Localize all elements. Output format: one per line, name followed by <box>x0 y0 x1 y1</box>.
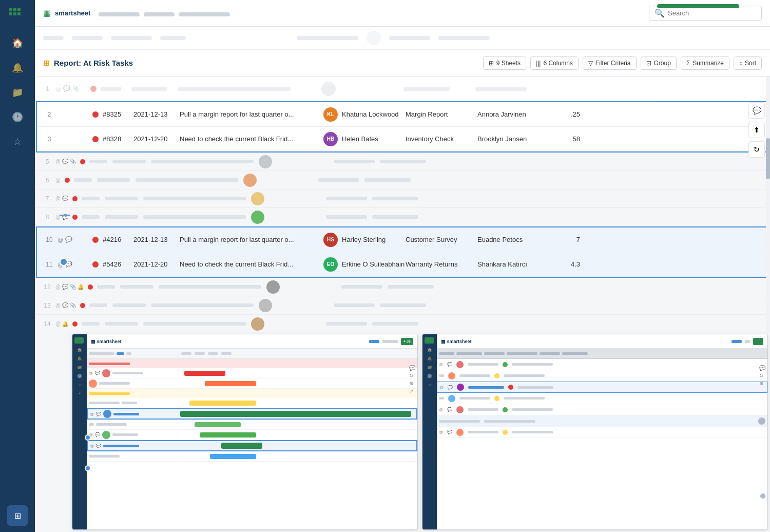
sub-highlight-dot-2 <box>85 465 91 471</box>
table-row[interactable]: 3 #8328 2021-12-20 Need to check the cur… <box>37 127 768 151</box>
avatar: HS <box>323 233 338 247</box>
sub-scrollbar-thumb[interactable] <box>760 493 765 499</box>
sub-sidebar-2: 🏠 🔔 📁 🕐 ☆ <box>422 334 437 529</box>
grid-row[interactable]: @ 💬 <box>437 427 767 438</box>
columns-button[interactable]: ||| 6 Columns <box>530 56 579 70</box>
scrollbar-track <box>766 77 770 333</box>
gantt-row[interactable]: @ 💬 <box>87 368 417 378</box>
svg-rect-4 <box>13 12 16 15</box>
sub-sidebar: 🏠 🔔 📁 🕐 ☆ + <box>72 334 87 529</box>
sort-icon: ↕ <box>739 60 742 67</box>
sub-icon-2[interactable]: ☆ <box>425 383 435 387</box>
sidebar-recent[interactable]: 🕐 <box>7 107 28 127</box>
sidebar-grid[interactable]: ⊞ <box>7 505 28 526</box>
grid-row[interactable] <box>437 370 767 382</box>
sheets-button[interactable]: ⊞ 9 Sheets <box>483 56 526 70</box>
grid-row[interactable]: @ 💬 <box>437 359 767 370</box>
sidebar-logo[interactable] <box>7 6 28 21</box>
sub-panel-icon-2[interactable]: ⊕ <box>759 381 765 386</box>
grey-row: 14 @ 🔔 <box>35 315 770 333</box>
app-logo: ▦ smartsheet <box>43 8 90 18</box>
grey-row: 8 @ 💬 <box>35 208 770 226</box>
blurred-row <box>35 31 770 45</box>
sub-panel-icon[interactable]: ↻ <box>409 373 415 378</box>
sub-icon[interactable]: 🕐 <box>74 374 85 378</box>
table-row[interactable]: 10 @ 💬 #4216 2021-12-13 Pull a margin re… <box>37 227 768 252</box>
gantt-column-headers <box>87 349 417 359</box>
gantt-highlighted-row[interactable]: @ 💬 <box>87 408 417 420</box>
gantt-row[interactable]: @ 💬 <box>87 430 417 440</box>
table-row[interactable]: 2 #8325 2021-12-13 Pull a margin report … <box>37 102 768 127</box>
refresh-panel-button[interactable]: ↻ <box>748 141 765 158</box>
group-icon: ⊡ <box>646 60 651 67</box>
sub-windows: 🏠 🔔 📁 🕐 ☆ + ▦ smartsheet <box>70 332 770 532</box>
grid-content: ▦ smartsheet <box>437 334 767 529</box>
report-title: ⊞ Report: At Risk Tasks <box>43 59 133 68</box>
sub-icon[interactable]: 🏠 <box>74 348 85 352</box>
sub-icon-2[interactable]: 📁 <box>425 365 435 370</box>
sub-icon[interactable]: + <box>74 391 85 396</box>
sub-add-button-2[interactable] <box>753 338 763 345</box>
sort-button[interactable]: ↕ Sort <box>734 56 762 70</box>
gantt-row[interactable] <box>87 451 417 462</box>
grid-row[interactable]: @ 💬 <box>437 404 767 415</box>
table-row[interactable]: 11 @ 💬 #5426 2021-12-20 Need to check th… <box>37 252 768 277</box>
sidebar-starred[interactable]: ☆ <box>7 131 28 152</box>
sub-panel-icon-2[interactable]: 💬 <box>759 365 765 371</box>
avatar: HB <box>323 132 338 146</box>
gantt-row[interactable] <box>87 420 417 430</box>
sub-logo-text: ▦ smartsheet <box>91 339 122 344</box>
sub-panel-icon[interactable]: ⊕ <box>409 381 415 386</box>
progress-bar <box>657 4 739 8</box>
gantt-row[interactable] <box>87 378 417 389</box>
summarize-icon: Σ <box>686 60 690 67</box>
sub-logo-2 <box>425 337 434 344</box>
sidebar-folder[interactable]: 📁 <box>7 82 28 103</box>
gantt-highlighted-row-2[interactable]: @ 💬 <box>87 440 417 451</box>
highlight-group-2: 10 @ 💬 #4216 2021-12-13 Pull a margin re… <box>36 226 769 278</box>
top-bar: ▦ smartsheet 🔍 <box>35 0 770 27</box>
table-container: 1 @ 💬 📎 2 <box>35 77 770 333</box>
search-input[interactable] <box>668 9 756 17</box>
sub-right-panel-2: 💬 ↻ ⊕ <box>759 365 765 386</box>
summarize-button[interactable]: Σ Summarize <box>681 56 729 70</box>
grid-highlighted-row[interactable]: @ 💬 <box>437 382 767 393</box>
scrollbar-thumb[interactable] <box>766 138 770 179</box>
grey-row: 6 @ <box>35 171 770 189</box>
group-button[interactable]: ⊡ Group <box>641 56 677 70</box>
sub-panel-icon[interactable]: 💬 <box>409 365 415 371</box>
upload-panel-button[interactable]: ⬆ <box>748 122 765 138</box>
sub-icon[interactable]: ☆ <box>74 383 85 387</box>
sub-add-button[interactable]: + Je <box>401 338 413 345</box>
columns-icon: ||| <box>536 60 541 67</box>
sub-icon-2[interactable]: 🕐 <box>425 374 435 378</box>
gantt-row[interactable] <box>87 398 417 408</box>
sidebar-notifications[interactable]: 🔔 <box>7 58 28 78</box>
breadcrumb-item <box>179 12 230 16</box>
table-row-blurred: 1 @ 💬 📎 <box>35 77 770 101</box>
breadcrumb-area <box>99 10 649 16</box>
sub-icon[interactable]: 🔔 <box>74 356 85 361</box>
sub-icon-2[interactable]: 🔔 <box>425 356 435 361</box>
filter-button[interactable]: ▽ Filter Criteria <box>583 56 637 70</box>
breadcrumb-item <box>99 12 140 16</box>
sub-icon[interactable]: 📁 <box>74 365 85 370</box>
sub-panel-icon[interactable]: ↗ <box>409 388 415 394</box>
grey-row: 13 @ 💬 📎 <box>35 296 770 315</box>
grid-highlighted-row-2[interactable] <box>437 415 767 427</box>
avatar: EO <box>323 257 338 272</box>
grey-row: 12 @ 💬 📎 🔔 <box>35 278 770 296</box>
comment-panel-button[interactable]: 💬 <box>748 102 765 119</box>
grey-rows-middle: 5 @ 💬 📎 6 @ <box>35 153 770 226</box>
sub-icon-2[interactable]: 🏠 <box>425 348 435 352</box>
sidebar-home[interactable]: 🏠 <box>7 33 28 53</box>
sidebar: 🏠 🔔 📁 🕐 ☆ ⊞ <box>0 0 35 532</box>
sub-panel-icon-2[interactable]: ↻ <box>759 373 765 378</box>
grid-rows: @ 💬 <box>437 359 767 438</box>
report-header: ⊞ Report: At Risk Tasks ⊞ 9 Sheets ||| 6… <box>35 50 770 77</box>
grid-row[interactable] <box>437 393 767 404</box>
svg-rect-1 <box>13 8 16 11</box>
search-icon: 🔍 <box>654 8 665 18</box>
highlight-group-1: 2 #8325 2021-12-13 Pull a margin report … <box>36 101 769 153</box>
gantt-rows: @ 💬 <box>87 359 417 462</box>
